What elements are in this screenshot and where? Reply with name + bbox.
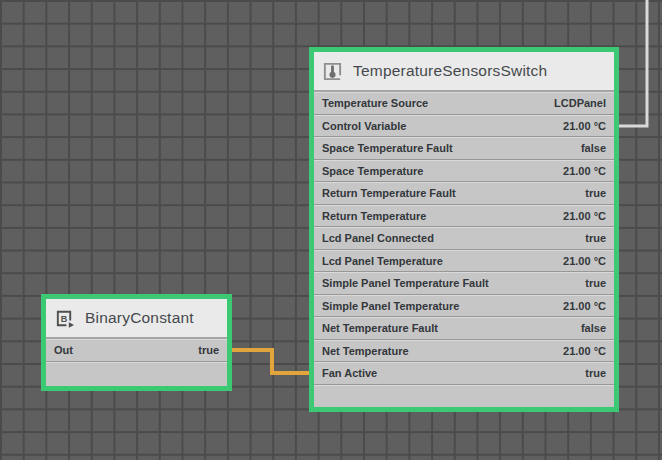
property-label: Temperature Source: [322, 97, 428, 109]
node-header[interactable]: TemperatureSensorsSwitch: [314, 52, 614, 92]
property-value: 21.00 °C: [563, 345, 606, 357]
property-label: Lcd Panel Temperature: [322, 255, 443, 267]
property-label: Space Temperature Fault: [322, 142, 453, 154]
node-temperature-sensors-switch[interactable]: TemperatureSensorsSwitch Temperature Sou…: [309, 47, 619, 412]
property-row[interactable]: Temperature Source LCDPanel: [314, 92, 614, 115]
node-title: BinaryConstant: [85, 309, 194, 327]
node-binary-constant[interactable]: B BinaryConstant Out true: [41, 294, 232, 391]
property-row[interactable]: Net Temperature Fault false: [314, 317, 614, 340]
property-value: true: [585, 187, 606, 199]
property-label: Lcd Panel Connected: [322, 232, 434, 244]
thermometer-icon: [322, 61, 343, 82]
property-value: 21.00 °C: [563, 255, 606, 267]
property-value: 21.00 °C: [563, 120, 606, 132]
property-label: Net Temperature: [322, 345, 409, 357]
property-value: true: [198, 344, 219, 356]
property-label: Return Temperature: [322, 210, 426, 222]
node-footer: [46, 362, 227, 387]
property-label: Return Temperature Fault: [322, 187, 456, 199]
property-label: Net Temperature Fault: [322, 322, 438, 334]
property-row[interactable]: Space Temperature Fault false: [314, 137, 614, 160]
property-rows: Temperature Source LCDPanel Control Vari…: [314, 92, 614, 385]
binary-constant-icon: B: [54, 308, 75, 329]
property-label: Fan Active: [322, 367, 377, 379]
property-value: 21.00 °C: [563, 165, 606, 177]
property-row[interactable]: Fan Active true: [314, 362, 614, 385]
svg-text:B: B: [61, 313, 68, 323]
property-row[interactable]: Simple Panel Temperature Fault true: [314, 272, 614, 295]
property-value: true: [585, 232, 606, 244]
property-row[interactable]: Simple Panel Temperature 21.00 °C: [314, 295, 614, 318]
property-row[interactable]: Return Temperature Fault true: [314, 182, 614, 205]
property-value: true: [585, 277, 606, 289]
property-label: Out: [54, 344, 73, 356]
property-value: LCDPanel: [554, 97, 606, 109]
property-row[interactable]: Return Temperature 21.00 °C: [314, 205, 614, 228]
property-value: false: [581, 142, 606, 154]
property-label: Control Variable: [322, 120, 406, 132]
property-label: Space Temperature: [322, 165, 423, 177]
node-title: TemperatureSensorsSwitch: [353, 62, 547, 80]
property-value: true: [585, 367, 606, 379]
property-label: Simple Panel Temperature: [322, 300, 459, 312]
property-label: Simple Panel Temperature Fault: [322, 277, 489, 289]
property-value: false: [581, 322, 606, 334]
property-row[interactable]: Lcd Panel Temperature 21.00 °C: [314, 250, 614, 273]
property-rows: Out true: [46, 339, 227, 362]
property-row[interactable]: Out true: [46, 339, 227, 362]
property-row[interactable]: Space Temperature 21.00 °C: [314, 160, 614, 183]
property-value: 21.00 °C: [563, 300, 606, 312]
wire-binary-out-to-fan-active[interactable]: [227, 350, 313, 373]
node-footer: [314, 385, 614, 408]
property-value: 21.00 °C: [563, 210, 606, 222]
property-row[interactable]: Lcd Panel Connected true: [314, 227, 614, 250]
node-header[interactable]: B BinaryConstant: [46, 299, 227, 339]
property-row[interactable]: Control Variable 21.00 °C: [314, 115, 614, 138]
wiresheet-canvas[interactable]: TemperatureSensorsSwitch Temperature Sou…: [0, 0, 662, 460]
property-row[interactable]: Net Temperature 21.00 °C: [314, 340, 614, 363]
